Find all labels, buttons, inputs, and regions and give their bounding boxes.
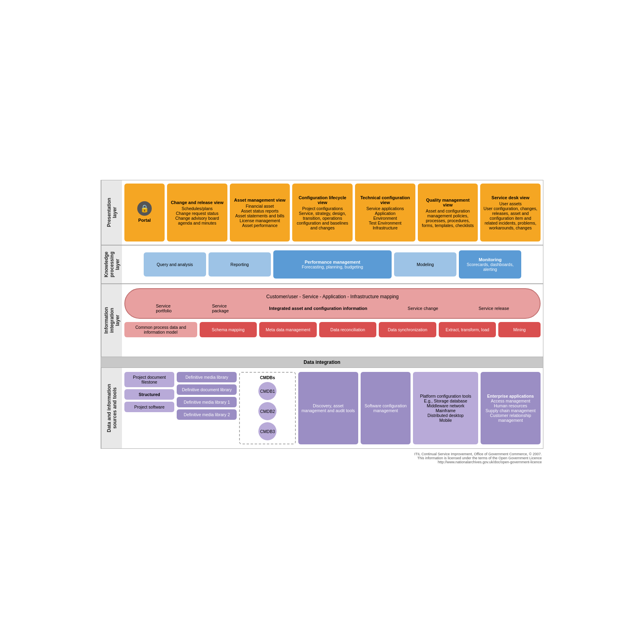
common-process-title: Common process data and information mode… (128, 325, 194, 334)
presentation-layer-content: 🔒 Portal Change and release view Schedul… (122, 180, 543, 245)
query-title: Query and analysis (157, 262, 193, 267)
portal-icon: 🔒 (137, 201, 152, 216)
monitoring-box: Monitoring Scorecards, dashboards, alert… (459, 250, 521, 279)
enterprise-column: Enterprise applications Access managemen… (481, 372, 541, 444)
integration-oval-title: Customer/user - Service - Application - … (137, 294, 528, 299)
monitoring-title: Monitoring (479, 257, 502, 262)
data-layer-label: Data and informationsources and tools (101, 368, 122, 448)
data-layer-content: Project document filestone Structured Pr… (122, 368, 543, 448)
monitoring-body: Scorecards, dashboards, alerting (462, 262, 518, 272)
footer-line2: This information is licensed under the t… (417, 456, 542, 460)
service-change: Service change (408, 306, 438, 311)
enterprise-title: Enterprise applications (487, 394, 534, 398)
integration-oval-items: Serviceportfolio Servicepackage Integrat… (137, 303, 528, 313)
cmdb2-box: CMDB2 (258, 402, 277, 420)
cmdb1-box: CMDB1 (258, 382, 277, 400)
service-desk-body: User assetsUser configuration, changes, … (483, 201, 537, 230)
mining-box: Mining (498, 322, 541, 337)
integration-oval: Customer/user - Service - Application - … (124, 288, 541, 319)
change-release-title: Change and release view (171, 200, 223, 205)
perf-mgmt-title: Performance management (305, 260, 360, 264)
knowledge-layer: Knowledgeprocessinglayer Query and analy… (101, 245, 543, 284)
technical-config-box: Technical configuration view Service app… (355, 184, 415, 242)
footer-line3: http://www.nationalarchives.gov.uk/doc/o… (438, 460, 542, 464)
presentation-layer: Presentationlayer 🔒 Portal Change and re… (101, 180, 543, 245)
asset-mgmt-body: Financial assetAsset status reportsAsset… (235, 204, 285, 228)
definitive-doc-box: Definitive document library (177, 384, 237, 395)
software-config-column: Software configuration management (361, 372, 411, 444)
project-software-box: Project software (124, 402, 174, 412)
integration-layer: Informationintegrationlayer Customer/use… (101, 284, 543, 357)
service-desk-title: Service desk view (491, 195, 529, 200)
change-release-body: Schedules/plansChange request statusChan… (170, 206, 224, 225)
definitive-media1-box: Definitive media library 1 (177, 397, 237, 407)
service-desk-box: Service desk view User assetsUser config… (480, 184, 541, 242)
integration-bottom-row: Common process data and information mode… (124, 322, 541, 337)
integrated-asset: Integrated asset and configuration infor… (269, 306, 367, 311)
quality-mgmt-box: Quality management view Asset and config… (418, 184, 478, 242)
data-layer: Data and informationsources and tools Pr… (101, 367, 543, 449)
cmdb-column: CMDBs CMDB1 CMDB2 CMDB3 (239, 372, 295, 444)
config-lifecycle-body: Project configurationsService, strategy,… (295, 206, 349, 230)
config-lifecycle-box: Configuration lifecycle view Project con… (292, 184, 353, 242)
data-reconciliation-box: Data reconciliation (319, 322, 377, 337)
enterprise-box: Enterprise applications Access managemen… (481, 372, 541, 444)
schema-mapping-box: Schema mapping (200, 322, 257, 337)
service-package: Servicepackage (212, 303, 229, 313)
structured-box: Structured (124, 389, 174, 400)
project-column: Project document filestone Structured Pr… (124, 372, 174, 444)
quality-mgmt-body: Asset and configuration management polic… (421, 208, 475, 228)
meta-data-box: Meta data management (259, 322, 317, 337)
integration-layer-content: Customer/user - Service - Application - … (122, 284, 543, 357)
presentation-layer-label: Presentationlayer (101, 180, 122, 245)
portal-title: Portal (138, 218, 151, 223)
technical-config-title: Technical configuration view (358, 195, 412, 205)
service-release: Service release (479, 306, 509, 311)
cmdbs-label: CMDBs (242, 375, 292, 380)
software-config-box: Software configuration management (361, 372, 411, 444)
definitive-column: Definitive media library Definitive docu… (177, 372, 237, 444)
reporting-title: Reporting (231, 262, 249, 267)
platform-column: Platform configuration toolsE.g., Storag… (413, 372, 478, 444)
modeling-box: Modeling (394, 252, 456, 277)
discovery-column: Discovery, asset management and audit to… (298, 372, 358, 444)
asset-mgmt-box: Asset management view Financial assetAss… (230, 184, 290, 242)
modeling-title: Modeling (417, 262, 434, 267)
cmdb3-box: CMDB3 (258, 422, 277, 440)
data-sync-title: Data synchronization (388, 327, 427, 332)
extract-transform-box: Extract, transform, load (439, 322, 496, 337)
change-release-box: Change and release view Schedules/plansC… (167, 184, 227, 242)
mining-title: Mining (513, 327, 526, 332)
project-doc-box: Project document filestone (124, 372, 174, 387)
definitive-media2-box: Definitive media library 2 (177, 409, 237, 420)
knowledge-layer-content: Query and analysis Reporting Performance… (122, 246, 543, 283)
asset-mgmt-title: Asset management view (234, 198, 286, 202)
perf-mgmt-box: Performance management Forecasting, plan… (273, 250, 392, 279)
platform-box: Platform configuration toolsE.g., Storag… (413, 372, 478, 444)
common-process-box: Common process data and information mode… (124, 322, 197, 337)
portal-box: 🔒 Portal (124, 184, 165, 242)
service-portfolio: Serviceportfolio (156, 303, 171, 313)
extract-transform-title: Extract, transform, load (446, 327, 489, 332)
footer-line1: ITIL Continual Service Improvement, Offi… (414, 452, 542, 456)
enterprise-body: Access managementHuman resourcesSupply c… (484, 398, 537, 423)
discovery-box: Discovery, asset management and audit to… (298, 372, 358, 444)
knowledge-layer-label: Knowledgeprocessinglayer (101, 246, 122, 283)
config-lifecycle-title: Configuration lifecycle view (295, 195, 349, 205)
data-reconciliation-title: Data reconciliation (330, 327, 365, 332)
reporting-box: Reporting (208, 252, 271, 277)
data-integration-bar: Data integration (101, 357, 543, 367)
diagram-container: Presentationlayer 🔒 Portal Change and re… (101, 180, 543, 464)
meta-data-title: Meta data management (266, 327, 310, 332)
integration-layer-label: Informationintegrationlayer (101, 284, 122, 357)
schema-mapping-title: Schema mapping (212, 327, 245, 332)
quality-mgmt-title: Quality management view (421, 198, 475, 207)
definitive-media-box: Definitive media library (177, 372, 237, 382)
technical-config-body: Service applicationsApplicationEnvironme… (366, 206, 404, 230)
data-sync-box: Data synchronization (379, 322, 436, 337)
query-box: Query and analysis (144, 252, 206, 277)
footer: ITIL Continual Service Improvement, Offi… (101, 452, 543, 464)
perf-mgmt-body: Forecasting, planning, budgeting (302, 264, 363, 269)
